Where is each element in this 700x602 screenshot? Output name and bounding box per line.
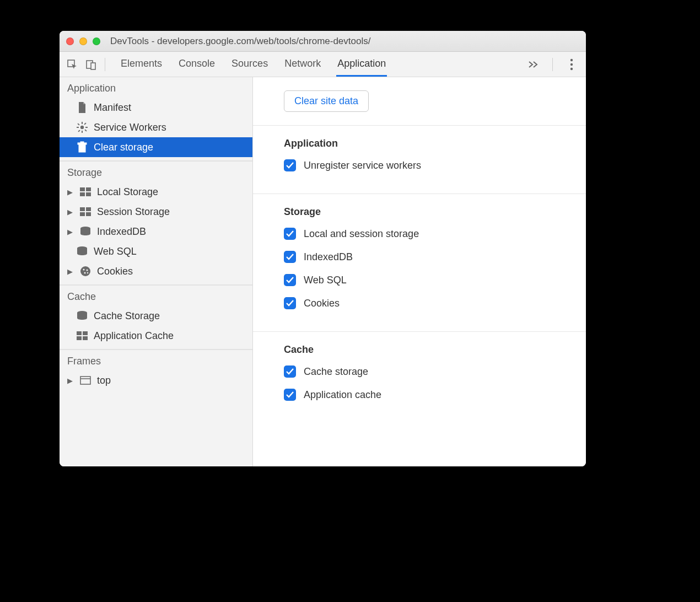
close-window-button[interactable] [66, 37, 74, 45]
section-title: Application [284, 138, 586, 149]
cookie-icon [79, 265, 91, 277]
checkbox-checked-icon [284, 366, 296, 378]
inspect-element-icon[interactable] [64, 56, 80, 73]
tab-label: Elements [121, 58, 162, 69]
caret-right-icon: ▶ [66, 228, 74, 236]
checkbox-checked-icon [284, 389, 296, 401]
sidebar-item-label: top [97, 375, 111, 386]
grid-icon [79, 206, 91, 218]
option-local-session-storage[interactable]: Local and session storage [284, 228, 586, 240]
sidebar-item-service-workers[interactable]: Service Workers [60, 117, 252, 137]
svg-rect-36 [77, 336, 82, 340]
section-cache: Cache Cache storage Application cache [253, 331, 586, 423]
kebab-menu-icon[interactable] [564, 57, 579, 72]
svg-point-3 [570, 58, 573, 61]
svg-point-6 [80, 126, 84, 129]
section-title: Storage [284, 206, 586, 218]
clear-storage-panel: Clear site data Application Unregister s… [253, 77, 586, 466]
sidebar-item-clear-storage[interactable]: Clear storage [60, 137, 252, 157]
tab-sources[interactable]: Sources [230, 52, 269, 77]
sidebar-item-local-storage[interactable]: ▶ Local Storage [60, 182, 252, 202]
separator [552, 58, 553, 71]
svg-rect-25 [86, 212, 91, 216]
panel-tabs: Elements Console Sources Network Applica… [114, 52, 387, 77]
sidebar-item-label: Application Cache [94, 330, 174, 342]
svg-rect-9 [77, 127, 79, 128]
sidebar-item-indexeddb[interactable]: ▶ IndexedDB [60, 222, 252, 241]
sidebar-item-web-sql[interactable]: Web SQL [60, 241, 252, 261]
sidebar-item-label: Cookies [97, 266, 133, 277]
tab-elements[interactable]: Elements [120, 52, 163, 77]
tab-network[interactable]: Network [283, 52, 322, 77]
option-cache-storage[interactable]: Cache storage [284, 366, 586, 378]
sidebar-group-frames: Frames [60, 350, 252, 370]
tab-label: Console [179, 58, 215, 69]
sidebar-item-label: Service Workers [94, 122, 166, 133]
sidebar-item-manifest[interactable]: Manifest [60, 98, 252, 117]
option-unregister-service-workers[interactable]: Unregister service workers [284, 159, 586, 171]
svg-rect-38 [80, 377, 90, 384]
svg-point-32 [87, 272, 88, 273]
svg-rect-34 [77, 331, 82, 335]
database-icon [76, 310, 88, 322]
maximize-window-button[interactable] [93, 37, 100, 45]
minimize-window-button[interactable] [79, 37, 87, 45]
window-controls [66, 37, 100, 45]
file-icon [76, 101, 88, 114]
sidebar-group-storage: Storage [60, 161, 252, 182]
sidebar-item-top-frame[interactable]: ▶ top [60, 370, 252, 390]
grid-icon [76, 330, 88, 342]
svg-rect-2 [91, 63, 95, 69]
sidebar-group-cache: Cache [60, 285, 252, 306]
tabs-bar: Elements Console Sources Network Applica… [60, 52, 586, 77]
option-indexeddb[interactable]: IndexedDB [284, 251, 586, 263]
application-sidebar: Application Manifest Service Workers [60, 77, 253, 466]
svg-rect-14 [78, 130, 80, 132]
sidebar-item-label: Session Storage [97, 206, 170, 218]
separator [105, 58, 105, 71]
option-label: Application cache [304, 389, 381, 401]
sidebar-item-cache-storage[interactable]: Cache Storage [60, 306, 252, 326]
svg-rect-13 [84, 122, 86, 125]
tab-application[interactable]: Application [336, 52, 387, 77]
tabs-overflow-icon[interactable] [526, 57, 541, 72]
svg-rect-17 [80, 142, 84, 143]
option-label: Unregister service workers [304, 160, 421, 171]
sidebar-group-application: Application [60, 77, 252, 98]
svg-rect-19 [86, 187, 91, 191]
sidebar-item-application-cache[interactable]: Application Cache [60, 326, 252, 346]
sidebar-item-label: Cache Storage [94, 310, 160, 322]
caret-right-icon: ▶ [66, 377, 74, 385]
sidebar-item-label: Clear storage [94, 142, 153, 153]
tab-label: Sources [231, 58, 268, 69]
svg-rect-22 [80, 207, 85, 211]
sidebar-item-label: Web SQL [94, 246, 137, 257]
svg-rect-15 [79, 144, 85, 152]
svg-point-29 [83, 269, 85, 271]
database-icon [79, 225, 91, 238]
devtools-window: DevTools - developers.google.com/web/too… [60, 31, 586, 466]
svg-rect-10 [85, 127, 88, 128]
checkbox-checked-icon [284, 251, 296, 263]
tab-console[interactable]: Console [177, 52, 216, 77]
svg-rect-8 [82, 131, 83, 133]
grid-icon [79, 186, 91, 198]
device-toolbar-icon[interactable] [83, 56, 99, 73]
svg-point-5 [570, 67, 573, 69]
svg-point-30 [87, 270, 88, 271]
tab-label: Network [284, 58, 321, 69]
section-application: Application Unregister service workers [253, 125, 586, 194]
svg-rect-24 [80, 212, 85, 216]
sidebar-item-cookies[interactable]: ▶ Cookies [60, 261, 252, 281]
sidebar-item-session-storage[interactable]: ▶ Session Storage [60, 202, 252, 222]
option-label: Cache storage [304, 366, 368, 378]
svg-rect-11 [77, 123, 79, 125]
svg-rect-12 [84, 129, 87, 131]
clear-site-data-button[interactable]: Clear site data [284, 90, 369, 112]
option-web-sql[interactable]: Web SQL [284, 274, 586, 286]
option-application-cache[interactable]: Application cache [284, 389, 586, 401]
section-title: Cache [284, 344, 586, 356]
sidebar-item-label: IndexedDB [97, 226, 146, 238]
option-cookies[interactable]: Cookies [284, 297, 586, 309]
gear-icon [76, 121, 88, 133]
